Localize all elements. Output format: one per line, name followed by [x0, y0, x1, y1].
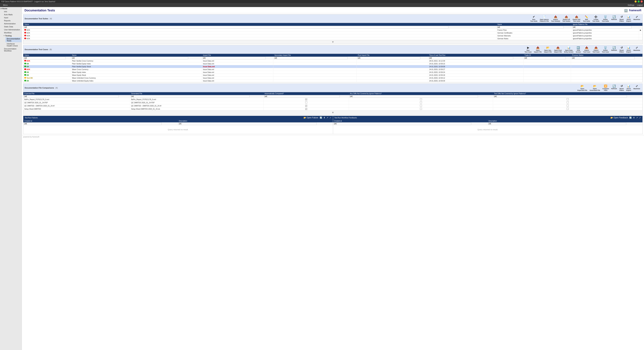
- table-row[interactable]: BaFin_Report_FS7621178_0.xml BaFin_Repor…: [23, 98, 642, 101]
- open-expected-file-button[interactable]: 📂OpenExpected File: [576, 84, 588, 91]
- menu-item-menu[interactable]: Menu: [1, 4, 10, 6]
- test-suites-scroll-down[interactable]: ▼: [23, 40, 642, 44]
- fc-generated-filter[interactable]: [131, 95, 250, 98]
- text-diffs-checkbox[interactable]: [567, 105, 569, 107]
- reset-filters-test-suites-button[interactable]: ↺ResetFilters: [618, 15, 625, 22]
- fail-created-filter[interactable]: [24, 122, 162, 125]
- maximize-test-cases-button[interactable]: ⤢Maximize: [632, 46, 641, 53]
- tc-post-filter[interactable]: [358, 57, 420, 59]
- any-diffs-checkbox[interactable]: [420, 108, 422, 110]
- any-diffs-checkbox[interactable]: [420, 98, 422, 100]
- fail-desc-filter[interactable]: [178, 122, 317, 125]
- fc-autocomp-filter[interactable]: [264, 95, 340, 98]
- export-failures-button[interactable]: ↗: [326, 116, 328, 119]
- any-diffs-checkbox[interactable]: [420, 105, 422, 107]
- open-feedback-button[interactable]: 📂 Open Feedback: [610, 116, 628, 119]
- ignore-filter-input[interactable]: [572, 26, 632, 28]
- table-row[interactable]: NOK German Notes ignorePatterns.properti…: [23, 37, 642, 40]
- tc-status-filter[interactable]: [24, 57, 66, 59]
- settings-link[interactable]: Settings: [628, 4, 634, 6]
- table-row[interactable]: OK Wave Unlimited Equity Index Issue Dat…: [23, 79, 642, 82]
- open-generated-file-button[interactable]: 📂OpenGenerated File: [588, 84, 601, 91]
- table-row[interactable]: OK Plain Vanilla Equity Stock Issue Data…: [23, 65, 642, 68]
- maximize-test-suites-button[interactable]: ⤢Maximize: [632, 15, 641, 22]
- fc-anydiffs-filter[interactable]: [350, 95, 478, 98]
- export-sel-test-suite-button[interactable]: 📤Export Sel.Test Suite: [572, 15, 582, 22]
- auto-compared-checkbox[interactable]: [305, 105, 307, 107]
- table-row[interactable]: NOK France Flow ignorePatterns.propertie…: [23, 29, 642, 31]
- maximize-failures-button[interactable]: ⤢: [329, 116, 332, 119]
- create-test-suite-button[interactable]: ➕CreateTest Suite: [591, 15, 600, 22]
- compare-files-button[interactable]: 🔀CompareFiles: [602, 84, 610, 91]
- feed-desc-filter[interactable]: [488, 122, 626, 125]
- status-filter-input[interactable]: [24, 26, 448, 28]
- text-diffs-checkbox[interactable]: [567, 98, 569, 100]
- open-failure-button[interactable]: 📂 Open Failure: [303, 116, 319, 119]
- refresh-test-suites-button[interactable]: 🔄Refresh: [610, 15, 618, 22]
- filter-ignore[interactable]: [572, 26, 639, 29]
- maximize-button[interactable]: [638, 0, 640, 2]
- open-sec-import-button[interactable]: 📂Open Sec.Import File: [543, 46, 553, 53]
- table-row[interactable]: OK Plain Vanilla Equity Index Issue Data…: [23, 62, 642, 65]
- export-all-test-suites-button[interactable]: 📤Export AllTest Suites: [562, 15, 572, 22]
- sidebar-item-workflow[interactable]: Workflow: [3, 31, 22, 34]
- any-diffs-checkbox[interactable]: [420, 101, 422, 103]
- table-row[interactable]: OK Wave Equity Stock Issue Data.xml 24.0…: [23, 74, 642, 77]
- auto-compared-checkbox[interactable]: [305, 108, 307, 110]
- sidebar-item-reports[interactable]: Reports: [3, 19, 22, 22]
- sidebar-item-auto-mails[interactable]: Auto Mails: [3, 13, 22, 16]
- filter-feedbacks-button[interactable]: ⬇: [633, 116, 635, 119]
- reset-filters-file-comp-button[interactable]: ↺ResetFilters: [618, 84, 625, 91]
- tc-name-filter[interactable]: [72, 57, 188, 59]
- table-row[interactable]: NOK Plain Vanilla Cross Currency Issue D…: [23, 59, 642, 62]
- import-test-case-button[interactable]: 📥ImportTest Case: [582, 46, 591, 53]
- text-diffs-checkbox[interactable]: [567, 108, 569, 110]
- excel-export-test-suites-button[interactable]: 📊ExcelExport: [625, 15, 632, 22]
- tc-lastrun-filter[interactable]: [429, 57, 513, 59]
- data-entry-screen-button[interactable]: 📊Open DataEntry Screen: [563, 46, 574, 53]
- table-row[interactable]: QC DM9TDD - DM9TDS 2020_01_24.rtf QC DM9…: [23, 104, 642, 107]
- maximize-feedbacks-button[interactable]: ⤢: [639, 116, 641, 119]
- run-test-case-button[interactable]: ▶RunTest Case: [524, 46, 533, 53]
- open-import-file-button[interactable]: 📥OpenImport File: [533, 46, 543, 53]
- sidebar-item-documentation-workflow[interactable]: Documentation Workflow: [3, 47, 22, 52]
- close-button[interactable]: [641, 0, 643, 2]
- edit-test-suite-button[interactable]: ✏️EditTest Suite: [582, 15, 591, 22]
- sidebar-home[interactable]: ▶ Home: [0, 7, 22, 10]
- sidebar-item-input[interactable]: Input: [3, 16, 22, 19]
- sidebar-group-testing[interactable]: ▼ Testing: [3, 34, 22, 37]
- sidebar-item-administration[interactable]: Administration: [3, 22, 22, 25]
- logout-link[interactable]: Logout: [637, 4, 643, 6]
- run-test-suite-button[interactable]: ✔RunTest Suite: [529, 15, 538, 22]
- refresh-test-cases-button[interactable]: 🔄Refresh: [610, 46, 618, 53]
- export-feedbacks-button[interactable]: ↗: [636, 116, 638, 119]
- sidebar-item-info[interactable]: Info: [3, 10, 22, 13]
- table-row[interactable]: OK Wave Equity Index Issue Data.xml 24.0…: [23, 71, 642, 74]
- sidebar-item-interfaces-health-check[interactable]: Interfaces Health Check: [5, 42, 22, 47]
- table-row[interactable]: NOK German Warrants ignorePatterns.prope…: [23, 34, 642, 37]
- delete-test-case-button[interactable]: 🗑️DeleteTest Case: [601, 46, 610, 53]
- reset-filters-test-cases-button[interactable]: ↺ResetFilters: [618, 46, 625, 53]
- excel-export-file-comp-button[interactable]: 📊ExcelExport: [625, 84, 632, 91]
- fc-expected-filter[interactable]: [24, 95, 119, 98]
- auto-compared-checkbox[interactable]: [305, 101, 307, 103]
- export-test-case-button[interactable]: 📤ExportTest Case: [592, 46, 600, 53]
- sidebar-item-user-administration[interactable]: User Administration: [3, 28, 22, 31]
- filter-name[interactable]: [496, 26, 572, 29]
- refresh-file-comp-button[interactable]: 🔄Refresh: [610, 84, 618, 91]
- fc-textdiffs-filter[interactable]: [494, 95, 627, 98]
- feed-created-filter[interactable]: [334, 122, 472, 125]
- file-comp-scroll-down[interactable]: ▼: [23, 111, 642, 114]
- table-row[interactable]: Setup Sheet DM9TDD Setup Sheet DM9TDS 20…: [23, 107, 642, 111]
- tc-sec-filter[interactable]: [274, 57, 348, 59]
- table-row[interactable]: NOK German Certificates ignorePatterns.p…: [23, 31, 642, 34]
- maximize-file-comp-button[interactable]: ⤢Maximize: [632, 84, 641, 91]
- import-test-suites-button[interactable]: 📥ImportTest Suite(s): [550, 15, 561, 22]
- open-post-import-button[interactable]: 📤Open PostImport File: [553, 46, 563, 53]
- sidebar-item-static-data[interactable]: Static Data: [3, 25, 22, 28]
- refresh-failures-button[interactable]: 🔄: [319, 116, 322, 119]
- table-row[interactable]: Text OK Wave Unlimited Cross Currency Is…: [23, 77, 642, 79]
- filter-status[interactable]: [23, 26, 496, 29]
- excel-export-test-cases-button[interactable]: 📊ExcelExport: [625, 46, 632, 53]
- tc-process-filter[interactable]: [572, 57, 634, 59]
